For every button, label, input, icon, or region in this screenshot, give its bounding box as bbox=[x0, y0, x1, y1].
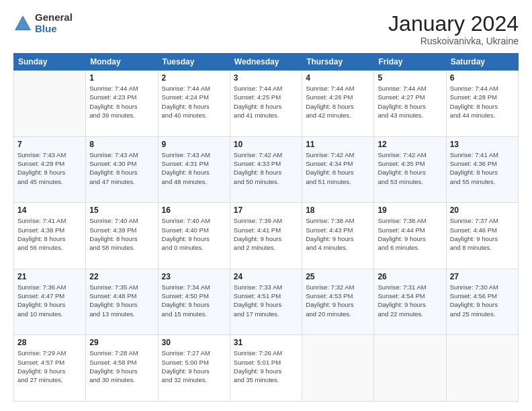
day-info: Sunrise: 7:44 AM Sunset: 4:28 PM Dayligh… bbox=[450, 84, 515, 120]
col-monday: Monday bbox=[86, 54, 158, 71]
col-wednesday: Wednesday bbox=[230, 54, 302, 71]
calendar-cell: 8Sunrise: 7:43 AM Sunset: 4:30 PM Daylig… bbox=[86, 136, 158, 203]
day-info: Sunrise: 7:42 AM Sunset: 4:33 PM Dayligh… bbox=[234, 150, 298, 186]
day-number: 2 bbox=[162, 73, 226, 83]
day-number: 31 bbox=[234, 338, 298, 347]
calendar-cell: 10Sunrise: 7:42 AM Sunset: 4:33 PM Dayli… bbox=[230, 136, 302, 203]
day-number: 12 bbox=[378, 140, 442, 149]
calendar-cell: 14Sunrise: 7:41 AM Sunset: 4:38 PM Dayli… bbox=[14, 203, 86, 269]
day-info: Sunrise: 7:34 AM Sunset: 4:50 PM Dayligh… bbox=[162, 283, 226, 318]
day-info: Sunrise: 7:42 AM Sunset: 4:34 PM Dayligh… bbox=[306, 150, 370, 186]
day-info: Sunrise: 7:38 AM Sunset: 4:43 PM Dayligh… bbox=[306, 216, 370, 252]
day-number: 3 bbox=[234, 73, 298, 83]
calendar-cell: 15Sunrise: 7:40 AM Sunset: 4:39 PM Dayli… bbox=[86, 203, 158, 269]
day-number: 25 bbox=[306, 272, 370, 281]
day-number: 21 bbox=[17, 272, 82, 281]
calendar-cell bbox=[446, 335, 518, 402]
logo-text: General Blue bbox=[35, 12, 73, 34]
calendar-cell bbox=[14, 71, 86, 137]
calendar-cell: 7Sunrise: 7:43 AM Sunset: 4:29 PM Daylig… bbox=[14, 136, 86, 203]
header: General Blue January 2024 Ruskoivanivka,… bbox=[13, 12, 519, 46]
day-number: 26 bbox=[378, 272, 442, 281]
logo: General Blue bbox=[13, 12, 73, 34]
calendar-cell: 23Sunrise: 7:34 AM Sunset: 4:50 PM Dayli… bbox=[158, 269, 230, 335]
day-info: Sunrise: 7:42 AM Sunset: 4:35 PM Dayligh… bbox=[378, 150, 442, 186]
day-info: Sunrise: 7:30 AM Sunset: 4:56 PM Dayligh… bbox=[450, 283, 515, 318]
day-info: Sunrise: 7:40 AM Sunset: 4:40 PM Dayligh… bbox=[162, 216, 226, 252]
day-number: 29 bbox=[89, 338, 154, 347]
day-info: Sunrise: 7:26 AM Sunset: 5:01 PM Dayligh… bbox=[234, 349, 298, 384]
calendar-cell: 28Sunrise: 7:29 AM Sunset: 4:57 PM Dayli… bbox=[14, 335, 86, 402]
day-info: Sunrise: 7:44 AM Sunset: 4:24 PM Dayligh… bbox=[162, 84, 226, 120]
calendar-table: Sunday Monday Tuesday Wednesday Thursday… bbox=[13, 53, 519, 402]
day-info: Sunrise: 7:36 AM Sunset: 4:47 PM Dayligh… bbox=[17, 283, 82, 318]
day-number: 10 bbox=[234, 140, 298, 149]
page: General Blue January 2024 Ruskoivanivka,… bbox=[0, 0, 532, 411]
day-info: Sunrise: 7:31 AM Sunset: 4:54 PM Dayligh… bbox=[378, 283, 442, 318]
day-number: 20 bbox=[450, 205, 515, 215]
logo-blue-text: Blue bbox=[35, 24, 73, 35]
day-number: 27 bbox=[450, 272, 515, 281]
col-sunday: Sunday bbox=[14, 54, 86, 71]
calendar-week-4: 28Sunrise: 7:29 AM Sunset: 4:57 PM Dayli… bbox=[14, 335, 519, 402]
day-info: Sunrise: 7:38 AM Sunset: 4:44 PM Dayligh… bbox=[378, 216, 442, 252]
day-number: 24 bbox=[234, 272, 298, 281]
calendar-cell: 25Sunrise: 7:32 AM Sunset: 4:53 PM Dayli… bbox=[302, 269, 374, 335]
calendar-cell: 26Sunrise: 7:31 AM Sunset: 4:54 PM Dayli… bbox=[374, 269, 446, 335]
day-number: 18 bbox=[306, 205, 370, 215]
day-info: Sunrise: 7:44 AM Sunset: 4:25 PM Dayligh… bbox=[234, 84, 298, 120]
day-number: 22 bbox=[89, 272, 154, 281]
calendar-cell: 19Sunrise: 7:38 AM Sunset: 4:44 PM Dayli… bbox=[374, 203, 446, 269]
day-number: 7 bbox=[17, 140, 82, 149]
calendar-cell bbox=[302, 335, 374, 402]
calendar-cell: 30Sunrise: 7:27 AM Sunset: 5:00 PM Dayli… bbox=[158, 335, 230, 402]
day-number: 1 bbox=[89, 73, 154, 83]
day-number: 13 bbox=[450, 140, 515, 149]
calendar-cell: 6Sunrise: 7:44 AM Sunset: 4:28 PM Daylig… bbox=[446, 71, 518, 137]
day-info: Sunrise: 7:43 AM Sunset: 4:30 PM Dayligh… bbox=[89, 150, 154, 186]
day-info: Sunrise: 7:27 AM Sunset: 5:00 PM Dayligh… bbox=[162, 349, 226, 384]
day-number: 11 bbox=[306, 140, 370, 149]
calendar-cell bbox=[374, 335, 446, 402]
calendar-cell: 24Sunrise: 7:33 AM Sunset: 4:51 PM Dayli… bbox=[230, 269, 302, 335]
calendar-cell: 22Sunrise: 7:35 AM Sunset: 4:48 PM Dayli… bbox=[86, 269, 158, 335]
day-number: 6 bbox=[450, 73, 515, 83]
day-number: 23 bbox=[162, 272, 226, 281]
calendar-cell: 29Sunrise: 7:28 AM Sunset: 4:58 PM Dayli… bbox=[86, 335, 158, 402]
day-number: 28 bbox=[17, 338, 82, 347]
day-number: 14 bbox=[17, 205, 82, 215]
day-info: Sunrise: 7:29 AM Sunset: 4:57 PM Dayligh… bbox=[17, 349, 82, 384]
day-info: Sunrise: 7:44 AM Sunset: 4:26 PM Dayligh… bbox=[306, 84, 370, 120]
calendar-week-2: 14Sunrise: 7:41 AM Sunset: 4:38 PM Dayli… bbox=[14, 203, 519, 269]
day-info: Sunrise: 7:41 AM Sunset: 4:36 PM Dayligh… bbox=[450, 150, 515, 186]
calendar-cell: 3Sunrise: 7:44 AM Sunset: 4:25 PM Daylig… bbox=[230, 71, 302, 137]
day-number: 9 bbox=[162, 140, 226, 149]
day-info: Sunrise: 7:33 AM Sunset: 4:51 PM Dayligh… bbox=[234, 283, 298, 318]
day-info: Sunrise: 7:43 AM Sunset: 4:29 PM Dayligh… bbox=[17, 150, 82, 186]
calendar-header-row: Sunday Monday Tuesday Wednesday Thursday… bbox=[14, 54, 519, 71]
calendar-week-3: 21Sunrise: 7:36 AM Sunset: 4:47 PM Dayli… bbox=[14, 269, 519, 335]
day-info: Sunrise: 7:39 AM Sunset: 4:41 PM Dayligh… bbox=[234, 216, 298, 252]
day-number: 19 bbox=[378, 205, 442, 215]
calendar-cell: 4Sunrise: 7:44 AM Sunset: 4:26 PM Daylig… bbox=[302, 71, 374, 137]
logo-general-text: General bbox=[35, 12, 73, 24]
calendar-cell: 18Sunrise: 7:38 AM Sunset: 4:43 PM Dayli… bbox=[302, 203, 374, 269]
day-info: Sunrise: 7:37 AM Sunset: 4:46 PM Dayligh… bbox=[450, 216, 515, 252]
day-info: Sunrise: 7:43 AM Sunset: 4:31 PM Dayligh… bbox=[162, 150, 226, 186]
day-number: 16 bbox=[162, 205, 226, 215]
calendar-cell: 13Sunrise: 7:41 AM Sunset: 4:36 PM Dayli… bbox=[446, 136, 518, 203]
day-number: 30 bbox=[162, 338, 226, 347]
title-block: January 2024 Ruskoivanivka, Ukraine bbox=[388, 12, 519, 46]
day-info: Sunrise: 7:40 AM Sunset: 4:39 PM Dayligh… bbox=[89, 216, 154, 252]
calendar-cell: 2Sunrise: 7:44 AM Sunset: 4:24 PM Daylig… bbox=[158, 71, 230, 137]
calendar-cell: 27Sunrise: 7:30 AM Sunset: 4:56 PM Dayli… bbox=[446, 269, 518, 335]
calendar-cell: 12Sunrise: 7:42 AM Sunset: 4:35 PM Dayli… bbox=[374, 136, 446, 203]
day-number: 4 bbox=[306, 73, 370, 83]
calendar-cell: 9Sunrise: 7:43 AM Sunset: 4:31 PM Daylig… bbox=[158, 136, 230, 203]
day-info: Sunrise: 7:35 AM Sunset: 4:48 PM Dayligh… bbox=[89, 283, 154, 318]
calendar-cell: 17Sunrise: 7:39 AM Sunset: 4:41 PM Dayli… bbox=[230, 203, 302, 269]
day-number: 5 bbox=[378, 73, 442, 83]
col-thursday: Thursday bbox=[302, 54, 374, 71]
col-friday: Friday bbox=[374, 54, 446, 71]
title-location: Ruskoivanivka, Ukraine bbox=[388, 36, 519, 46]
